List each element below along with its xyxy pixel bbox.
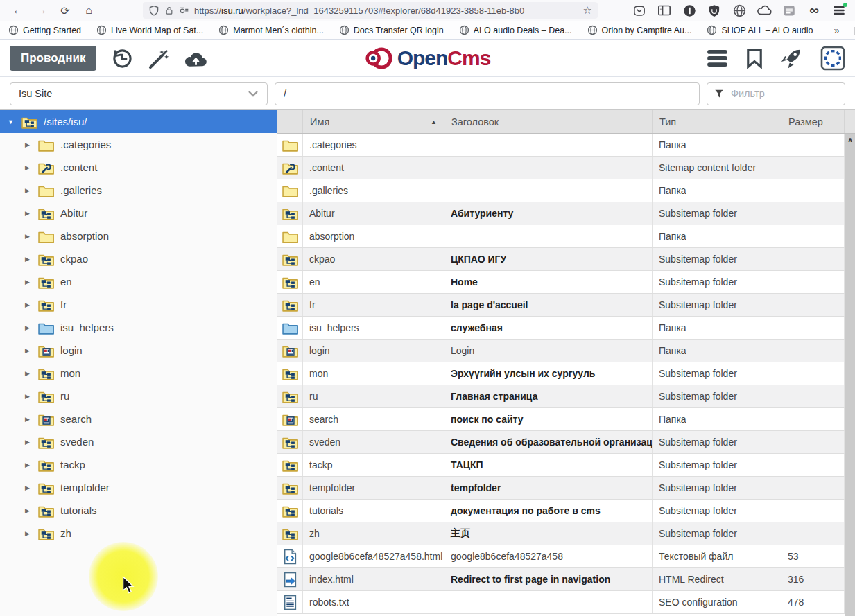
bookmark-item[interactable]: ALO audio Deals – Dea...	[459, 25, 572, 35]
expander-open-icon[interactable]: ▼	[7, 118, 15, 125]
header-title[interactable]: Заголовок	[444, 110, 653, 133]
tree-item[interactable]: ▶ isu_helpers	[0, 316, 277, 339]
url-bar[interactable]: https://isu.ru/workplace?_lrid=164325911…	[143, 2, 598, 19]
bookmark-item[interactable]: SHOP ALL – ALO audio	[707, 25, 813, 35]
expander-collapsed-icon[interactable]: ▶	[24, 347, 31, 354]
tree-item[interactable]: ▶ login	[0, 339, 277, 362]
upload-button[interactable]	[184, 49, 208, 68]
table-row[interactable]: ru Главная страница Subsitemap folder	[277, 385, 845, 408]
tree-item[interactable]: ▶ .content	[0, 156, 277, 179]
table-row[interactable]: .categories Папка	[277, 134, 845, 157]
table-row[interactable]: robots.txt SEO configuration 478	[277, 591, 845, 614]
expander-collapsed-icon[interactable]: ▶	[24, 164, 31, 171]
filter-input[interactable]	[729, 87, 838, 100]
bookmark-item[interactable]: Docs Transfer QR login	[339, 25, 444, 35]
header-name[interactable]: Имя ▲	[303, 110, 444, 133]
tree-root-item[interactable]: ▼ /sites/isu/	[0, 110, 277, 133]
table-row[interactable]: login Login Папка	[277, 340, 845, 362]
expander-collapsed-icon[interactable]: ▶	[24, 370, 31, 377]
table-row[interactable]: zh 主页 Subsitemap folder	[277, 522, 845, 545]
table-row[interactable]: Abitur Абитуриенту Subsitemap folder	[277, 202, 845, 225]
bookmark-item[interactable]: Orion by Campfire Au...	[587, 25, 692, 35]
favorites-button[interactable]	[746, 49, 763, 69]
expander-collapsed-icon[interactable]: ▶	[24, 279, 31, 285]
tree-item[interactable]: ▶ en	[0, 270, 277, 293]
extension-circle-icon[interactable]	[680, 2, 698, 19]
tree-item[interactable]: ▶ fr	[0, 293, 277, 316]
cms-menu-button[interactable]	[707, 50, 728, 67]
table-row[interactable]: tutorials документация по работе в cms S…	[277, 500, 845, 522]
extension-card-icon[interactable]	[780, 2, 798, 19]
expander-collapsed-icon[interactable]: ▶	[24, 187, 31, 194]
bookmark-star-icon[interactable]: ☆	[583, 4, 592, 17]
filter-box[interactable]	[707, 82, 845, 105]
tree-item[interactable]: ▶ tackp	[0, 453, 277, 476]
table-row[interactable]: absorption Папка	[277, 225, 845, 248]
quick-launch-button[interactable]	[781, 48, 802, 69]
table-row[interactable]: tackp ТАЦКП Subsitemap folder	[277, 454, 845, 477]
site-permissions-icon[interactable]	[179, 6, 189, 15]
history-button[interactable]	[110, 48, 133, 69]
table-row[interactable]: tempfolder tempfolder Subsitemap folder	[277, 477, 845, 500]
back-button[interactable]: ←	[7, 1, 29, 19]
explorer-button[interactable]: Проводник	[10, 46, 96, 71]
table-row[interactable]: mon Эрхүүгийн улсын их сургууль Subsitem…	[277, 362, 845, 385]
expander-collapsed-icon[interactable]: ▶	[24, 461, 31, 468]
header-type[interactable]: Тип	[653, 110, 781, 133]
sidebar-toggle-icon[interactable]	[655, 2, 673, 19]
lock-icon[interactable]	[164, 5, 174, 16]
tree-item[interactable]: ▶ search	[0, 407, 277, 430]
table-row[interactable]: en Home Subsitemap folder	[277, 271, 845, 294]
bookmarks-overflow-chevron[interactable]: »	[834, 25, 839, 36]
expander-collapsed-icon[interactable]: ▶	[24, 484, 31, 491]
table-row[interactable]: ckpao ЦКПАО ИГУ Subsitemap folder	[277, 248, 845, 271]
bookmark-item[interactable]: Marmot Men´s clothin...	[218, 25, 324, 35]
expander-collapsed-icon[interactable]: ▶	[24, 530, 31, 537]
table-scrollbar[interactable]: ∧	[845, 134, 855, 616]
expander-collapsed-icon[interactable]: ▶	[24, 233, 31, 240]
table-row[interactable]: .galleries Папка	[277, 179, 845, 202]
scroll-up-icon[interactable]: ∧	[845, 134, 855, 145]
tree-item[interactable]: ▶ ckpao	[0, 247, 277, 270]
table-row[interactable]: fr la page d'accueil Subsitemap folder	[277, 294, 845, 317]
tree-item[interactable]: ▶ tempfolder	[0, 476, 277, 499]
forward-button[interactable]: →	[31, 1, 53, 19]
reload-button[interactable]: ⟳	[54, 1, 76, 19]
pocket-icon[interactable]	[630, 2, 648, 19]
table-row[interactable]: sveden Сведения об образовательной орган…	[277, 431, 845, 454]
header-size[interactable]: Размер	[781, 110, 845, 133]
expander-collapsed-icon[interactable]: ▶	[24, 507, 31, 514]
tree-item[interactable]: ▶ ru	[0, 385, 277, 407]
wand-button[interactable]	[147, 48, 170, 69]
site-select[interactable]: Isu Site	[10, 82, 268, 105]
tree-item[interactable]: ▶ zh	[0, 522, 277, 545]
broadcast-button[interactable]	[820, 46, 845, 71]
expander-collapsed-icon[interactable]: ▶	[24, 324, 31, 331]
bookmark-item[interactable]: Live World Map of Sat...	[96, 25, 203, 35]
home-button[interactable]: ⌂	[78, 1, 100, 19]
expander-collapsed-icon[interactable]: ▶	[24, 301, 31, 308]
expander-collapsed-icon[interactable]: ▶	[24, 416, 31, 423]
expander-collapsed-icon[interactable]: ▶	[24, 141, 31, 148]
tree-item[interactable]: ▶ .categories	[0, 133, 277, 156]
cloud-extension-icon[interactable]	[755, 2, 773, 19]
globe-extension-icon[interactable]	[730, 2, 748, 19]
tree-item[interactable]: ▶ tutorials	[0, 499, 277, 522]
tree-item[interactable]: ▶ Abitur	[0, 202, 277, 225]
expander-collapsed-icon[interactable]: ▶	[24, 393, 31, 400]
table-row[interactable]: google8b6cefa48527a458.html google8b6cef…	[277, 545, 845, 568]
shield-icon[interactable]	[148, 4, 159, 17]
table-row[interactable]: isu_helpers служебная Папка	[277, 317, 845, 340]
expander-collapsed-icon[interactable]: ▶	[24, 439, 31, 446]
url-text[interactable]: https://isu.ru/workplace?_lrid=164325911…	[194, 6, 578, 16]
table-row[interactable]: .content Sitemap content folder	[277, 157, 845, 179]
tree-item[interactable]: ▶ mon	[0, 362, 277, 385]
menu-icon[interactable]	[830, 2, 848, 19]
path-input[interactable]	[275, 82, 700, 105]
infinity-extension-icon[interactable]: ∞	[805, 2, 823, 19]
table-row[interactable]: search поиск по сайту Папка	[277, 408, 845, 431]
expander-collapsed-icon[interactable]: ▶	[24, 256, 31, 263]
expander-collapsed-icon[interactable]: ▶	[24, 210, 31, 217]
table-row[interactable]: index.html Redirect to first page in nav…	[277, 568, 845, 591]
bookmark-item[interactable]: Getting Started	[8, 25, 81, 35]
